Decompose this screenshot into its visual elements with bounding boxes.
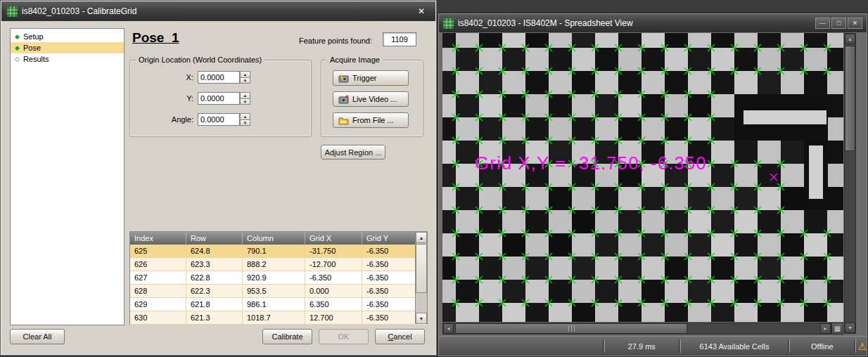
feature-points-label: Feature points found: xyxy=(299,37,372,45)
status-warning: ⚠ xyxy=(857,337,867,356)
cell-row: 621.8 xyxy=(186,298,243,311)
cell-column: 1018.7 xyxy=(243,311,305,325)
ok-button[interactable]: OK xyxy=(319,329,369,344)
app-icon xyxy=(443,18,454,29)
status-separator xyxy=(854,339,856,353)
scrollbar-thumb[interactable] xyxy=(416,244,427,293)
status-available-cells: 6143 Available Cells xyxy=(682,337,787,356)
adjust-region-button[interactable]: Adjust Region ... xyxy=(321,145,385,160)
header-grid-x[interactable]: Grid X xyxy=(305,232,362,245)
calibrate-grid-window: is8402_010203 - CalibrateGrid ✕ ◆ Setup … xyxy=(0,0,437,356)
cell-column: 986.1 xyxy=(243,298,305,311)
cell-grid-x: 12.700 xyxy=(305,311,362,325)
scroll-down-icon[interactable]: ▼ xyxy=(416,313,427,324)
vertical-scrollbar[interactable]: ▲ ▼ xyxy=(844,33,856,334)
tree-item-label: Results xyxy=(23,53,49,65)
tree-item-pose[interactable]: ◆ Pose xyxy=(11,42,124,53)
cancel-button[interactable]: Cancel xyxy=(375,329,425,344)
cell-grid-y: -6.350 xyxy=(362,298,415,311)
spin-up-icon[interactable]: ▲ xyxy=(240,92,250,99)
status-bar: 27.9 ms 6143 Available Cells Offline ⚠ xyxy=(439,336,867,356)
warning-icon[interactable]: ⚠ xyxy=(857,342,867,351)
cell-index: 629 xyxy=(130,298,186,311)
close-icon[interactable]: ✕ xyxy=(413,5,430,18)
angle-label: Angle: xyxy=(134,112,193,126)
cell-grid-x: -6.350 xyxy=(305,271,362,285)
scroll-up-icon[interactable]: ▲ xyxy=(845,34,855,44)
group-title: Origin Location (World Coordinates) xyxy=(136,56,264,64)
trigger-button[interactable]: Trigger xyxy=(333,70,409,86)
from-file-button[interactable]: From File ... xyxy=(333,112,409,128)
live-video-button[interactable]: Live Video ... xyxy=(333,91,409,107)
spin-down-icon[interactable]: ▼ xyxy=(240,99,250,105)
image-viewport[interactable]: Grid X,Y = -31.750, -6.350 xyxy=(442,33,843,322)
angle-field-row: Angle: ▲ ▼ xyxy=(130,112,311,126)
table-header: Index Row Column Grid X Grid Y xyxy=(130,232,427,245)
cell-row: 622.3 xyxy=(186,285,243,298)
scroll-right-icon[interactable]: ► xyxy=(820,323,831,334)
button-label: Cancel xyxy=(376,332,424,341)
clear-all-button[interactable]: Clear All xyxy=(10,329,65,344)
cell-index: 627 xyxy=(130,271,186,285)
scrollbar-thumb[interactable] xyxy=(455,323,687,334)
right-titlebar[interactable]: is8402_010203 - IS8402M - Spreadsheet Vi… xyxy=(439,14,867,32)
grid-view-icon: ▦ xyxy=(834,325,841,332)
y-field-row: Y: ▲ ▼ xyxy=(130,91,311,105)
table-row[interactable]: 625 624.8 790.1 -31.750 -6.350 xyxy=(130,245,427,258)
horizontal-scrollbar[interactable]: ◄ ► xyxy=(442,323,831,335)
table-row[interactable]: 626 623.3 888.2 -12.700 -6.350 xyxy=(130,258,427,271)
header-row[interactable]: Row xyxy=(186,232,243,245)
desktop: is8402_010203 - CalibrateGrid ✕ ◆ Setup … xyxy=(0,0,868,357)
spreadsheet-toggle-button[interactable]: ▦ xyxy=(831,323,843,335)
spin-down-icon[interactable]: ▼ xyxy=(240,78,250,84)
cell-grid-x: 0.000 xyxy=(305,285,362,298)
tree-item-setup[interactable]: ◆ Setup xyxy=(11,31,124,42)
page-title: Pose 1 xyxy=(132,30,179,46)
table-scrollbar[interactable]: ▲ ▼ xyxy=(415,232,427,324)
table-row[interactable]: 628 622.3 953.5 0.000 -6.350 xyxy=(130,285,427,298)
left-titlebar[interactable]: is8402_010203 - CalibrateGrid ✕ xyxy=(1,1,435,21)
button-label: Clear All xyxy=(11,332,64,341)
scrollbar-thumb[interactable] xyxy=(845,46,855,151)
angle-input[interactable] xyxy=(198,113,240,126)
status-acquisition-time: 27.9 ms xyxy=(606,337,677,356)
x-spinner[interactable]: ▲ ▼ xyxy=(240,71,250,84)
status-segment-empty xyxy=(439,337,601,356)
x-input[interactable] xyxy=(198,71,240,84)
cell-grid-x: -12.700 xyxy=(305,258,362,271)
table-row[interactable]: 630 621.3 1018.7 12.700 -6.350 xyxy=(130,311,427,325)
cell-column: 790.1 xyxy=(243,245,305,258)
spin-up-icon[interactable]: ▲ xyxy=(240,113,250,120)
y-input[interactable] xyxy=(198,92,240,105)
scroll-down-icon[interactable]: ▼ xyxy=(845,323,855,333)
header-index[interactable]: Index xyxy=(130,232,186,245)
scroll-up-icon[interactable]: ▲ xyxy=(416,232,427,243)
diamond-icon: ◆ xyxy=(15,34,20,40)
spin-down-icon[interactable]: ▼ xyxy=(240,120,250,126)
status-separator xyxy=(788,339,790,353)
maximize-icon[interactable]: □ xyxy=(831,18,846,29)
grid-overlay-text: Grid X,Y = -31.750, -6.350 xyxy=(475,152,707,174)
y-spinner[interactable]: ▲ ▼ xyxy=(240,92,250,105)
header-grid-y[interactable]: Grid Y xyxy=(362,232,415,245)
header-column[interactable]: Column xyxy=(243,232,305,245)
table-row[interactable]: 627 622.8 920.9 -6.350 -6.350 xyxy=(130,271,427,285)
angle-spinner[interactable]: ▲ ▼ xyxy=(240,113,250,126)
spin-up-icon[interactable]: ▲ xyxy=(240,71,250,78)
group-title: Acquire Image xyxy=(327,56,383,64)
close-icon[interactable]: ✕ xyxy=(848,18,862,29)
folder-icon xyxy=(338,116,349,125)
steps-tree: ◆ Setup ◆ Pose ◇ Results xyxy=(10,28,125,325)
tree-item-results[interactable]: ◇ Results xyxy=(11,53,124,65)
scroll-left-icon[interactable]: ◄ xyxy=(443,323,454,334)
tree-item-label: Setup xyxy=(23,31,44,42)
diamond-icon: ◆ xyxy=(15,45,20,51)
x-field-row: X: ▲ ▼ xyxy=(130,70,311,84)
button-label: OK xyxy=(319,332,368,341)
table-row[interactable]: 629 621.8 986.1 6.350 -6.350 xyxy=(130,298,427,311)
connection-value: Offline xyxy=(811,342,834,351)
minimize-icon[interactable]: — xyxy=(815,18,830,29)
calibrate-button[interactable]: Calibrate xyxy=(262,329,312,344)
acquire-image-group: Acquire Image Trigger Live Video ... Fro… xyxy=(321,60,423,137)
button-label: Adjust Region ... xyxy=(321,148,385,157)
